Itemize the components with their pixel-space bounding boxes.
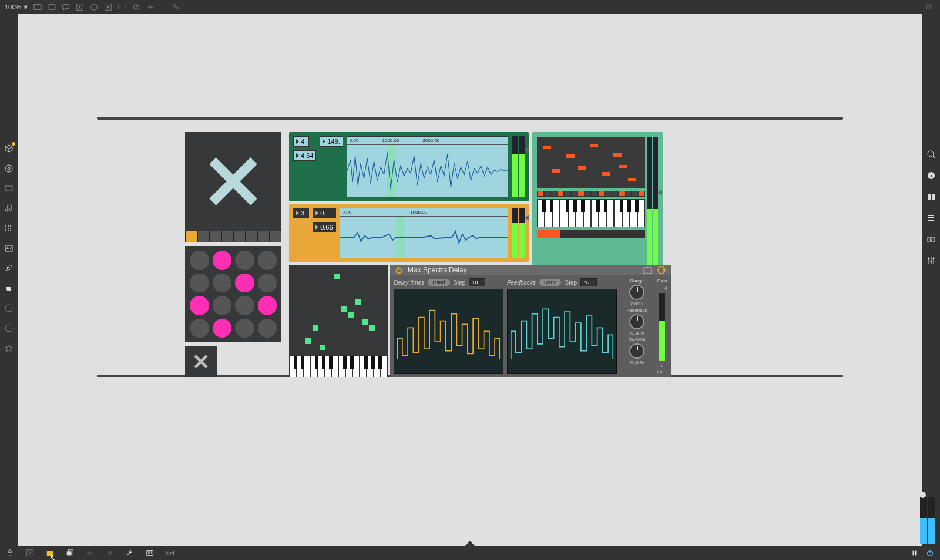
keyboard-small[interactable] — [289, 355, 388, 377]
plus-icon[interactable] — [145, 2, 156, 12]
gain-meter: Gain 0.0 dB — [657, 278, 667, 374]
note-grid[interactable] — [537, 137, 645, 188]
spectral-delay-plugin: Max SpectralDelay Delay times Rand Step … — [390, 265, 671, 377]
step-input-delay[interactable]: 10 — [469, 278, 485, 286]
keyboard-icon[interactable] — [164, 548, 175, 558]
search-icon[interactable] — [926, 149, 936, 160]
matrix-icon[interactable] — [4, 223, 14, 234]
rand-button-delay[interactable]: Rand — [428, 279, 450, 286]
numbox-o4[interactable]: 0.66 — [313, 222, 335, 232]
svg-rect-49 — [168, 554, 172, 554]
message-box-icon[interactable] — [46, 2, 57, 12]
paint-icon[interactable] — [171, 2, 182, 12]
plugin-title: Max SpectralDelay — [408, 266, 467, 274]
sliders-icon[interactable] — [926, 255, 936, 265]
svg-rect-45 — [167, 552, 168, 552]
svg-point-12 — [10, 225, 11, 227]
progress-bar[interactable] — [537, 230, 645, 238]
package-icon[interactable] — [4, 143, 14, 154]
attach-icon[interactable] — [4, 263, 14, 274]
svg-rect-41 — [67, 551, 72, 555]
comment-icon[interactable] — [61, 2, 71, 12]
svg-rect-25 — [928, 194, 931, 200]
svg-point-16 — [5, 230, 6, 231]
close-box-icon[interactable] — [75, 2, 85, 12]
drywet-knob[interactable] — [629, 343, 644, 359]
swirl-icon[interactable] — [657, 265, 666, 275]
object-box-icon[interactable] — [32, 2, 43, 12]
p-icon[interactable] — [4, 303, 14, 313]
layers-icon[interactable] — [65, 548, 75, 558]
power-icon[interactable] — [395, 266, 403, 274]
divider-top — [97, 117, 843, 120]
patcher-canvas[interactable]: 4. 4.64 149. 201. 0.001000.002000.00 — [18, 14, 922, 546]
knob-column: Range 2.00 s Feedback 73.4 % Dry/Wet 75.… — [620, 278, 653, 374]
svg-point-8 — [8, 167, 10, 170]
toggle-small[interactable] — [185, 346, 217, 377]
svg-rect-44 — [166, 551, 173, 555]
arrow-out-icon[interactable] — [25, 548, 35, 558]
master-volume-handle[interactable] — [920, 492, 926, 498]
canvas-handle-icon[interactable] — [465, 541, 475, 546]
feedback-plot[interactable] — [507, 289, 617, 374]
info-icon[interactable] — [926, 170, 936, 181]
rand-button-feedback[interactable]: Rand — [539, 279, 562, 286]
velocity-row[interactable] — [537, 191, 645, 197]
delay-plot[interactable] — [394, 289, 503, 374]
numbox-o2[interactable]: 0. — [313, 208, 335, 218]
plug-icon[interactable] — [4, 283, 14, 294]
note-icon[interactable] — [4, 203, 14, 214]
number-icon[interactable] — [117, 2, 127, 12]
svg-point-17 — [8, 230, 9, 231]
feedback-knob[interactable] — [629, 314, 644, 329]
matrix-control[interactable] — [185, 246, 281, 342]
lock-icon[interactable] — [5, 548, 15, 558]
columns-icon[interactable] — [926, 191, 936, 202]
svg-point-10 — [5, 225, 6, 227]
star-icon[interactable] — [4, 343, 14, 353]
camera-icon[interactable] — [643, 266, 652, 274]
power-main-icon[interactable] — [925, 548, 935, 558]
toggle-icon[interactable] — [89, 2, 99, 12]
meter-orange-l — [512, 208, 518, 258]
list-icon[interactable] — [926, 212, 936, 223]
grid-icon[interactable] — [925, 2, 935, 12]
numbox-g1[interactable]: 4. — [293, 136, 309, 147]
numbox-o1[interactable]: 3. — [293, 208, 309, 218]
numbox-g2[interactable]: 149. — [320, 136, 343, 147]
wrench-icon[interactable] — [125, 548, 135, 558]
svg-point-7 — [5, 165, 12, 172]
waveform-green[interactable]: 0.001000.002000.00 — [347, 136, 508, 197]
zoom-selector[interactable]: 100% ▼ — [5, 4, 29, 11]
grid-toggle-icon[interactable] — [85, 548, 95, 558]
sample-player-green: 4. 4.64 149. 201. 0.001000.002000.00 — [289, 132, 529, 201]
numbox-g4[interactable]: 4.64 — [293, 150, 316, 161]
snapshot-icon[interactable] — [926, 234, 936, 244]
step-sequencer[interactable] — [289, 265, 388, 377]
b-icon[interactable] — [4, 323, 14, 333]
svg-rect-46 — [169, 552, 169, 552]
waveform-orange[interactable]: 0.001000.00 — [340, 208, 508, 258]
image-icon[interactable] — [4, 243, 14, 254]
dial-icon[interactable] — [131, 2, 142, 12]
tab-selector[interactable] — [185, 231, 281, 242]
piano-icon[interactable] — [145, 548, 155, 558]
sample-player-orange: 3. 0. 0.66 50. 0.001000.00 — [289, 204, 529, 262]
bang-icon[interactable] — [103, 2, 113, 12]
right-rail — [922, 14, 940, 546]
toggle-large[interactable] — [185, 132, 281, 231]
meter-midi-l — [647, 137, 652, 268]
svg-rect-47 — [170, 552, 171, 552]
container-icon[interactable] — [4, 183, 14, 194]
midi-panel — [532, 132, 663, 273]
snap-icon[interactable] — [105, 548, 115, 558]
step-input-feedback[interactable]: 10 — [580, 278, 597, 286]
svg-point-22 — [5, 325, 12, 332]
svg-rect-1 — [48, 5, 55, 10]
presentation-icon[interactable]: ↖ — [45, 548, 55, 558]
zoom-arrow-icon: ▼ — [22, 4, 29, 11]
range-knob[interactable] — [629, 285, 644, 300]
keyboard-medium[interactable] — [537, 199, 645, 227]
target-icon[interactable] — [4, 163, 14, 174]
pause-icon[interactable] — [909, 548, 920, 558]
